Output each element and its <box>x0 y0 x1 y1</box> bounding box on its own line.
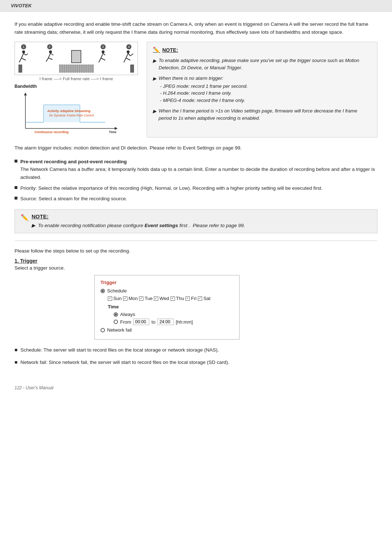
svg-point-11 <box>102 50 105 53</box>
schedule-radio-row[interactable]: Schedule <box>101 288 233 294</box>
from-time-input[interactable] <box>133 319 149 325</box>
svg-line-14 <box>101 58 105 60</box>
network-fail-label: Network fail <box>107 327 132 333</box>
svg-text:for Dynamic Frame Rate Control: for Dynamic Frame Rate Control <box>49 114 94 117</box>
always-label: Always <box>120 312 135 317</box>
svg-text:Time: Time <box>109 130 117 134</box>
svg-line-12 <box>101 53 103 58</box>
svg-marker-24 <box>24 93 27 95</box>
note-banner: ✏️ NOTE: ▶ To enable recording notificat… <box>15 209 377 234</box>
checkbox-mon[interactable]: Mon <box>123 296 138 301</box>
to-time-input[interactable] <box>158 319 173 325</box>
runner-icon-3 <box>97 50 109 63</box>
section-divider <box>15 241 377 241</box>
note-banner-text: ▶ To enable recording notification pleas… <box>32 222 245 230</box>
bullet-square-1 <box>15 160 17 163</box>
banner-pencil-icon: ✏️ <box>21 214 29 222</box>
checkbox-sat[interactable]: Sat <box>198 296 211 301</box>
bullet-title-1: Pre-event recording and post-event recor… <box>20 159 127 164</box>
iframe-label: I frame ----> Full frame rate ----> I fr… <box>15 77 138 81</box>
from-radio[interactable] <box>114 320 118 324</box>
trigger-section: 1. Trigger Select a trigger source. Trig… <box>15 258 377 340</box>
wed-checkbox[interactable] <box>154 296 158 301</box>
sun-checkbox[interactable] <box>108 296 112 301</box>
note-pencil-icon: ✏️ <box>153 46 160 53</box>
bullet-square-3 <box>15 197 17 200</box>
note-item-3: ▶ When the I frame period is >1s on Vide… <box>153 107 371 122</box>
svg-line-4 <box>24 53 26 55</box>
mon-label: Mon <box>128 296 138 301</box>
iframe-block-right <box>130 65 134 73</box>
sun-label: Sun <box>113 296 122 301</box>
from-label: From <box>120 319 131 325</box>
svg-point-16 <box>127 50 130 53</box>
runner-number-1: 1 <box>21 44 26 49</box>
tue-checkbox[interactable] <box>139 296 143 301</box>
checkbox-sun[interactable]: Sun <box>108 296 122 301</box>
alarm-text: The alarm trigger includes: motion detec… <box>15 144 377 152</box>
svg-line-17 <box>126 53 128 58</box>
bullet-item-3: Source: Select a stream for the recordin… <box>15 195 377 203</box>
thu-checkbox[interactable] <box>171 296 175 301</box>
network-fail-radio[interactable] <box>101 328 105 332</box>
bullet-text-3: Source: Select a stream for the recordin… <box>20 195 127 203</box>
footer-bullet-1: ■ Schedule: The server will start to rec… <box>15 346 377 354</box>
door-icon <box>71 50 81 63</box>
svg-line-21 <box>130 54 133 56</box>
tue-label: Tue <box>144 296 152 301</box>
note-item-1: ▶ To enable adaptive recording, please m… <box>153 57 371 71</box>
bullet-item-1: Pre-event recording and post-event recor… <box>15 158 377 181</box>
runner-4: 4 <box>123 44 135 63</box>
fri-label: Fri <box>191 296 196 301</box>
network-fail-row[interactable]: Network fail <box>101 327 233 333</box>
page-content: If you enable adaptive recording and ena… <box>0 12 392 382</box>
trigger-select-text: Select a trigger source. <box>15 265 377 271</box>
trigger-ui-box: Trigger Schedule Sun Mon Tue <box>94 275 240 340</box>
svg-line-2 <box>19 58 21 62</box>
from-to-row[interactable]: From to [hh:mm] <box>101 319 233 325</box>
hhmm-label: [hh:mm] <box>176 319 193 325</box>
schedule-radio[interactable] <box>101 289 105 293</box>
svg-marker-25 <box>115 127 118 130</box>
footer-notes: ■ Schedule: The server will start to rec… <box>15 346 377 366</box>
trigger-section-title: 1. Trigger <box>15 258 377 264</box>
runner-icon-4 <box>123 50 135 63</box>
steps-intro: Please follow the steps below to set up … <box>15 248 377 254</box>
svg-line-10 <box>50 53 53 55</box>
dense-blocks <box>59 65 94 73</box>
footer-square-1: ■ <box>15 346 17 354</box>
days-checkbox-row[interactable]: Sun Mon Tue Wed Thu <box>101 296 233 301</box>
footer-bullet-2: ■ Network fail: Since network fail, the … <box>15 358 377 366</box>
svg-line-19 <box>126 58 130 60</box>
checkbox-wed[interactable]: Wed <box>154 296 169 301</box>
figure-area: 1 2 <box>15 42 138 138</box>
svg-line-8 <box>46 58 48 62</box>
runner-2: 2 <box>44 44 56 63</box>
svg-point-6 <box>49 50 52 53</box>
bullet-text-2: Priority: Select the relative importance… <box>20 184 323 192</box>
time-label: Time <box>101 304 233 309</box>
bandwidth-label: Bandwidth <box>15 84 138 89</box>
sat-label: Sat <box>203 296 211 301</box>
runner-3: 3 <box>97 44 109 63</box>
note-box-title: ✏️ NOTE: <box>153 46 371 53</box>
always-radio-row[interactable]: Always <box>101 312 233 317</box>
bullet-section: Pre-event recording and post-event recor… <box>15 158 377 203</box>
note-arrow-3: ▶ <box>153 108 156 122</box>
sat-checkbox[interactable] <box>198 296 202 301</box>
iframe-block-left <box>19 65 22 73</box>
checkbox-thu[interactable]: Thu <box>171 296 184 301</box>
fri-checkbox[interactable] <box>185 296 190 301</box>
brand-logo: VIVOTEK <box>11 3 32 8</box>
note-item-2: ▶ When there is no alarm trigger: JPEG m… <box>153 75 371 104</box>
mon-checkbox[interactable] <box>123 296 127 301</box>
always-radio[interactable] <box>114 312 118 317</box>
svg-line-15 <box>103 53 105 55</box>
note-box: ✏️ NOTE: ▶ To enable adaptive recording,… <box>147 42 377 138</box>
checkbox-tue[interactable]: Tue <box>139 296 152 301</box>
bullet-body-1: The Network Camera has a buffer area; it… <box>20 167 375 180</box>
checkbox-fri[interactable]: Fri <box>185 296 196 301</box>
note-arrow-1: ▶ <box>153 57 156 71</box>
svg-line-18 <box>124 58 126 62</box>
runner-icon-1 <box>18 50 29 63</box>
